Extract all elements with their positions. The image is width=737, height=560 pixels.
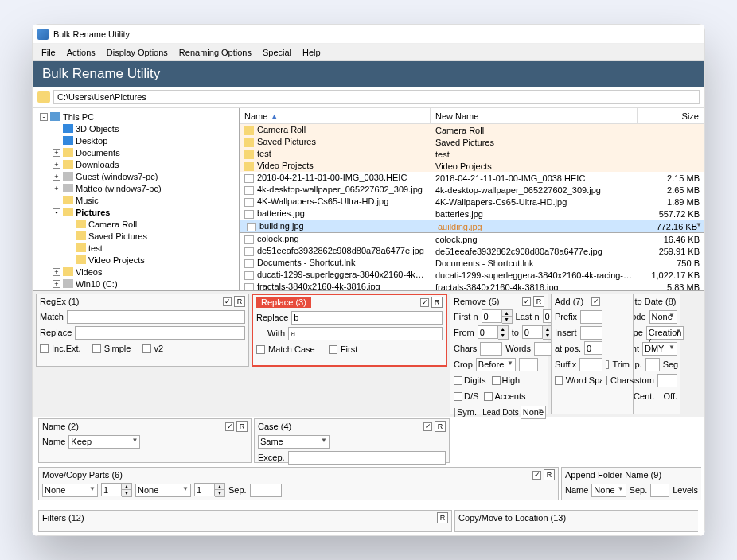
- remove-enable-checkbox[interactable]: [522, 298, 531, 306]
- replace-enable-checkbox[interactable]: [420, 298, 429, 307]
- regex-simple-checkbox[interactable]: [92, 344, 101, 353]
- regex-enable-checkbox[interactable]: [223, 298, 232, 306]
- remove-from-spinner[interactable]: ▲▼: [478, 325, 509, 340]
- tree-item[interactable]: Video Projects: [34, 254, 237, 266]
- tree-expand-icon[interactable]: -: [53, 208, 60, 216]
- tree-item[interactable]: -Pictures: [34, 206, 237, 218]
- movecopy-n2-spinner[interactable]: ▲▼: [194, 483, 225, 497]
- tree-expand-icon[interactable]: +: [53, 173, 60, 181]
- menu-actions[interactable]: Actions: [61, 45, 101, 60]
- movecopy-reset-button[interactable]: R: [544, 469, 555, 480]
- tree-item[interactable]: +Downloads: [34, 158, 237, 170]
- file-row[interactable]: Video ProjectsVideo Projects: [240, 160, 704, 172]
- tree-item[interactable]: +BD-RE Drive (D:): [34, 290, 237, 290]
- file-list-body[interactable]: Camera RollCamera RollSaved PicturesSave…: [240, 124, 704, 290]
- remove-firstn-spinner[interactable]: ▲▼: [482, 309, 513, 324]
- movecopy-sep-input[interactable]: [250, 484, 282, 497]
- folder-tree[interactable]: -This PC3D ObjectsDesktop+Documents+Down…: [33, 108, 240, 290]
- remove-crop-input[interactable]: [519, 358, 538, 371]
- regex-match-input[interactable]: [67, 310, 245, 324]
- file-row[interactable]: colock.pngcolock.png16.46 KB: [240, 233, 704, 245]
- appendfolder-name-select[interactable]: None: [591, 484, 626, 497]
- add-wordspace-checkbox[interactable]: [555, 376, 563, 385]
- remove-crop-select[interactable]: Before: [476, 358, 516, 371]
- case-reset-button[interactable]: R: [435, 421, 446, 432]
- file-row[interactable]: Documents - Shortcut.lnkDocuments - Shor…: [240, 257, 704, 269]
- regex-reset-button[interactable]: R: [234, 296, 245, 307]
- folder-up-icon[interactable]: [37, 91, 50, 103]
- remove-trim-checkbox[interactable]: [606, 360, 609, 369]
- file-row[interactable]: batteries.jpgbatteries.jpg557.72 KB: [240, 208, 704, 220]
- name-mode-select[interactable]: Keep: [68, 435, 140, 449]
- menu-help[interactable]: Help: [297, 45, 326, 60]
- file-row[interactable]: ducati-1299-superleggera-3840x2160-4k-ra…: [240, 269, 704, 281]
- file-row[interactable]: 4k-desktop-wallpaper_065227602_309.jpg4k…: [240, 184, 704, 196]
- remove-chars2-checkbox[interactable]: [606, 376, 607, 385]
- regex-v2-checkbox[interactable]: [142, 344, 151, 353]
- file-row[interactable]: de51eeafe3932862c908d80a78a6477e.jpgde51…: [240, 245, 704, 257]
- remove-high-checkbox[interactable]: [492, 376, 501, 385]
- add-enable-checkbox[interactable]: [591, 298, 600, 306]
- movecopy-enable-checkbox[interactable]: [532, 471, 541, 480]
- path-input[interactable]: [53, 90, 700, 104]
- name-enable-checkbox[interactable]: [225, 422, 234, 431]
- tree-item[interactable]: Music: [34, 194, 237, 206]
- remove-reset-button[interactable]: R: [533, 296, 544, 307]
- menu-file[interactable]: File: [36, 45, 61, 60]
- remove-accents-checkbox[interactable]: [484, 392, 493, 401]
- tree-item[interactable]: +Videos: [34, 266, 237, 278]
- case-excep-input[interactable]: [288, 451, 446, 465]
- col-name-header[interactable]: Name▲: [240, 108, 431, 123]
- menu-renaming-options[interactable]: Renaming Options: [174, 45, 257, 60]
- file-row[interactable]: Camera RollCamera Roll: [240, 124, 704, 136]
- replace-find-input[interactable]: [291, 311, 443, 325]
- menu-special[interactable]: Special: [257, 45, 297, 60]
- menu-display-options[interactable]: Display Options: [101, 45, 174, 60]
- remove-chars-input[interactable]: [480, 342, 502, 356]
- tree-item[interactable]: +Matteo (windows7-pc): [34, 182, 237, 194]
- tree-item[interactable]: +Documents: [34, 146, 237, 158]
- filters-reset-button[interactable]: R: [437, 512, 448, 523]
- tree-expand-icon[interactable]: +: [53, 185, 60, 192]
- file-row[interactable]: testtest: [240, 148, 704, 160]
- col-size-header[interactable]: Size: [638, 108, 704, 123]
- col-newname-header[interactable]: New Name: [431, 108, 638, 123]
- tree-expand-icon[interactable]: +: [53, 149, 60, 157]
- regex-incext-checkbox[interactable]: [40, 344, 49, 353]
- autodate-fmt-select[interactable]: DMY: [642, 342, 677, 356]
- case-enable-checkbox[interactable]: [423, 422, 432, 431]
- tree-expand-icon[interactable]: +: [53, 161, 60, 169]
- remove-digits-checkbox[interactable]: [454, 376, 462, 385]
- file-row[interactable]: building.jpgauilding.jpg772.16 KB: [240, 220, 704, 233]
- replace-first-checkbox[interactable]: [329, 345, 337, 354]
- replace-matchcase-checkbox[interactable]: [256, 345, 265, 354]
- tree-item[interactable]: test: [34, 242, 237, 254]
- tree-item[interactable]: Saved Pictures: [34, 230, 237, 242]
- tree-expand-icon[interactable]: -: [40, 113, 48, 121]
- case-mode-select[interactable]: Same: [258, 435, 330, 449]
- file-row[interactable]: Saved PicturesSaved Pictures: [240, 136, 704, 148]
- tree-expand-icon[interactable]: +: [53, 280, 60, 288]
- tree-item[interactable]: 3D Objects: [34, 122, 237, 134]
- movecopy-mode2-select[interactable]: None: [135, 484, 191, 497]
- file-row[interactable]: fractals-3840x2160-4k-3816.jpgfractals-3…: [240, 281, 704, 290]
- tree-item[interactable]: -This PC: [34, 111, 237, 122]
- tree-item[interactable]: Desktop: [34, 134, 237, 146]
- tree-expand-icon[interactable]: +: [53, 268, 60, 276]
- remove-leaddots-select[interactable]: None: [521, 406, 546, 419]
- tree-item[interactable]: Camera Roll: [34, 218, 237, 230]
- autodate-custom-input[interactable]: [657, 374, 677, 387]
- movecopy-mode1-select[interactable]: None: [42, 484, 98, 497]
- remove-to-spinner[interactable]: ▲▼: [522, 325, 553, 340]
- autodate-sep-input[interactable]: [645, 358, 660, 371]
- remove-sym-checkbox[interactable]: [454, 408, 455, 417]
- file-row[interactable]: 4K-Wallpapers-Cs65-Ultra-HD.jpg4K-Wallpa…: [240, 196, 704, 208]
- movecopy-n1-spinner[interactable]: ▲▼: [101, 483, 132, 497]
- tree-item[interactable]: +Win10 (C:): [34, 278, 237, 290]
- replace-with-input[interactable]: [288, 327, 443, 340]
- autodate-mode-select[interactable]: None: [649, 310, 677, 324]
- autodate-type-select[interactable]: Creation (: [646, 326, 684, 340]
- regex-replace-input[interactable]: [75, 326, 245, 340]
- remove-ds-checkbox[interactable]: [454, 392, 462, 401]
- name-reset-button[interactable]: R: [236, 421, 248, 432]
